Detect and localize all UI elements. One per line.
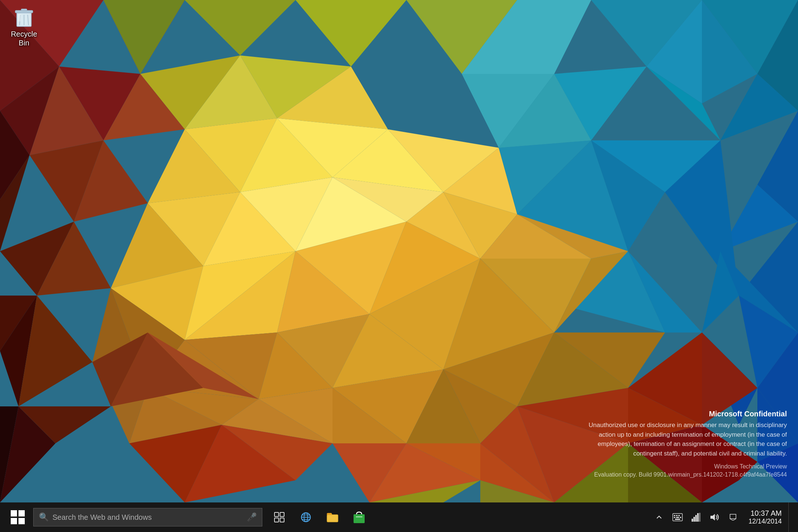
svg-rect-155 bbox=[327, 515, 338, 522]
store-button[interactable] bbox=[347, 502, 372, 532]
recycle-bin-icon[interactable]: Recycle Bin bbox=[4, 4, 44, 50]
file-explorer-button[interactable] bbox=[320, 502, 345, 532]
desktop: Recycle Bin Microsoft Confidential Unaut… bbox=[0, 0, 798, 502]
microphone-icon: 🎤 bbox=[247, 512, 257, 522]
keyboard-icon bbox=[672, 513, 683, 521]
svg-rect-161 bbox=[678, 515, 680, 516]
clock-time: 10:37 AM bbox=[750, 509, 782, 518]
build-string-line2: Evaluation copy. Build 9901.winmain_prs.… bbox=[594, 471, 787, 478]
svg-rect-144 bbox=[11, 518, 17, 524]
network-icon bbox=[692, 513, 700, 522]
show-desktop-button[interactable] bbox=[788, 502, 794, 532]
internet-explorer-icon bbox=[300, 511, 312, 523]
svg-marker-171 bbox=[710, 514, 715, 521]
start-button[interactable] bbox=[4, 502, 31, 532]
system-tray: 10:37 AM 12/14/2014 bbox=[650, 502, 794, 532]
store-icon bbox=[354, 511, 365, 523]
svg-rect-163 bbox=[676, 517, 679, 518]
svg-rect-167 bbox=[693, 517, 695, 522]
ms-confidential-title: Microsoft Confidential bbox=[573, 410, 787, 418]
search-placeholder-text: Search the Web and Windows bbox=[52, 513, 243, 522]
svg-rect-137 bbox=[21, 9, 27, 11]
svg-rect-145 bbox=[18, 518, 25, 524]
svg-rect-168 bbox=[695, 515, 697, 522]
search-icon: 🔍 bbox=[39, 512, 49, 522]
keyboard-button[interactable] bbox=[669, 502, 686, 532]
recycle-bin-image bbox=[14, 6, 34, 28]
svg-rect-157 bbox=[356, 516, 362, 517]
ms-confidential-notice: Microsoft Confidential Unauthorized use … bbox=[573, 410, 787, 458]
svg-rect-148 bbox=[274, 518, 279, 522]
svg-rect-169 bbox=[697, 513, 699, 522]
svg-rect-141 bbox=[18, 14, 21, 21]
chevron-up-icon bbox=[656, 514, 662, 520]
clock-widget[interactable]: 10:37 AM 12/14/2014 bbox=[743, 502, 788, 532]
svg-rect-164 bbox=[680, 517, 681, 518]
svg-rect-170 bbox=[699, 513, 700, 522]
windows-logo-icon bbox=[11, 510, 25, 524]
search-bar[interactable]: 🔍 Search the Web and Windows 🎤 bbox=[33, 508, 262, 526]
svg-rect-143 bbox=[18, 510, 25, 516]
svg-rect-160 bbox=[676, 515, 678, 516]
svg-rect-166 bbox=[692, 519, 693, 522]
taskbar-pinned-icons bbox=[267, 502, 372, 532]
volume-icon bbox=[710, 513, 719, 522]
svg-rect-147 bbox=[280, 512, 284, 516]
action-center-button[interactable] bbox=[724, 502, 742, 532]
ms-confidential-body: Unauthorized use or disclosure in any ma… bbox=[573, 420, 787, 458]
file-explorer-icon bbox=[327, 512, 338, 523]
svg-rect-159 bbox=[674, 515, 675, 516]
recycle-bin-label: Recycle Bin bbox=[6, 30, 42, 47]
svg-rect-165 bbox=[675, 519, 680, 520]
svg-rect-142 bbox=[11, 510, 17, 516]
action-center-icon bbox=[729, 513, 737, 522]
internet-explorer-button[interactable] bbox=[293, 502, 318, 532]
svg-rect-149 bbox=[280, 518, 284, 522]
svg-rect-162 bbox=[674, 517, 675, 518]
tray-overflow-button[interactable] bbox=[650, 502, 668, 532]
taskbar: 🔍 Search the Web and Windows 🎤 bbox=[0, 502, 798, 532]
svg-rect-156 bbox=[354, 514, 365, 523]
clock-date: 12/14/2014 bbox=[748, 518, 782, 525]
task-view-icon bbox=[274, 512, 284, 522]
volume-button[interactable] bbox=[706, 502, 723, 532]
svg-rect-146 bbox=[274, 512, 279, 516]
task-view-button[interactable] bbox=[267, 502, 292, 532]
build-string-line1: Windows Technical Preview bbox=[714, 463, 787, 470]
network-button[interactable] bbox=[687, 502, 705, 532]
